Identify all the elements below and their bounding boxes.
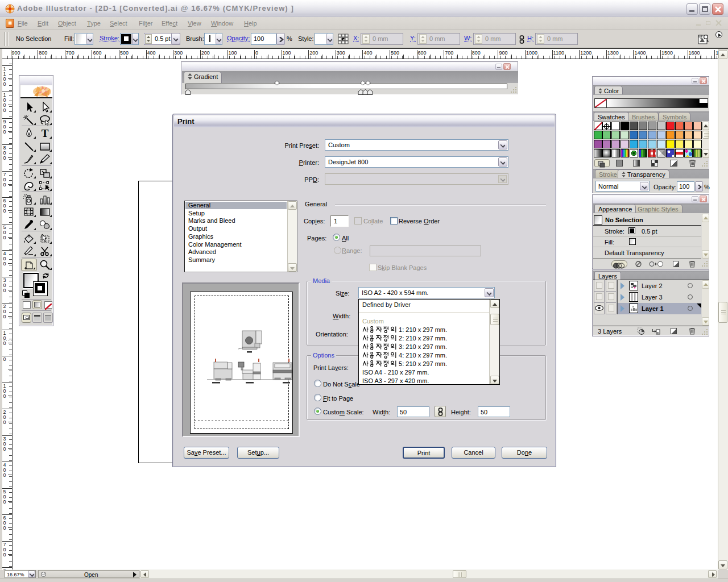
svg-text:T: T [42, 128, 49, 139]
